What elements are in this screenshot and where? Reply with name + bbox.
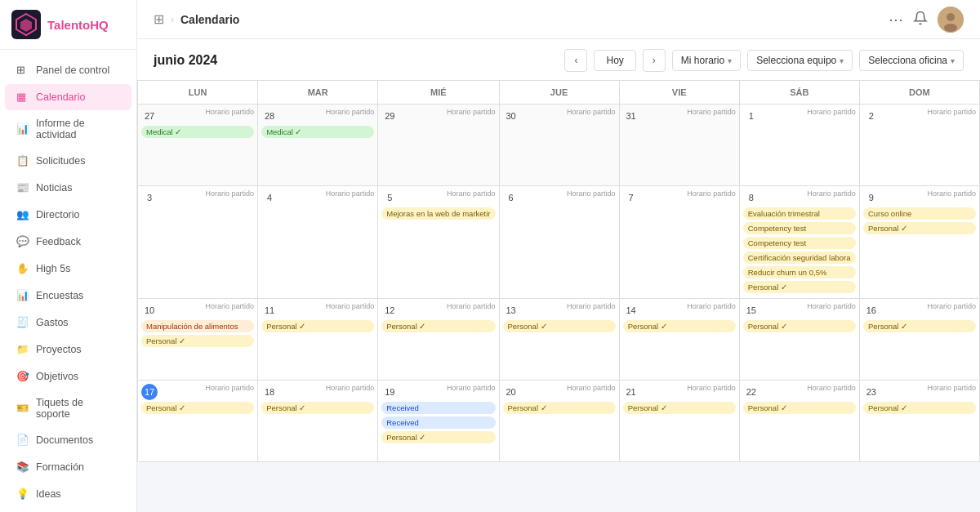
sidebar-item-high5s[interactable]: ✋High 5s [5,256,131,282]
calendar-controls: ‹ Hoy › Mi horario ▾ Selecciona equipo ▾… [564,49,964,72]
day-cell[interactable]: 1Horario partido [740,105,860,186]
day-cell[interactable]: 27Horario partidoMedical ✓ [138,105,258,186]
sidebar-item-formacion[interactable]: 📚Formación [5,454,131,480]
sidebar-item-noticias[interactable]: 📰Noticias [5,175,131,201]
event-pill[interactable]: Personal ✓ [863,222,976,234]
event-pill[interactable]: Personal ✓ [261,402,374,414]
event-pill[interactable]: Mejoras en la web de marketir [381,207,495,220]
event-pill[interactable]: Personal ✓ [381,431,495,443]
event-pill[interactable]: Personal ✓ [261,320,374,332]
horario-label: Horario partido [519,302,616,310]
event-pill[interactable]: Received [381,402,495,414]
event-pill[interactable]: Personal ✓ [503,402,616,414]
avatar[interactable] [938,7,964,33]
day-number: 12 [381,302,398,318]
day-cell[interactable]: 15Horario partidoPersonal ✓ [740,299,860,381]
oficina-dropdown[interactable]: Selecciona oficina ▾ [859,50,964,71]
sidebar-item-label: High 5s [36,263,70,274]
event-pill[interactable]: Certificación seguridad labora [743,252,856,264]
day-cell[interactable]: 7Horario partido [620,186,740,299]
event-pill[interactable]: Curso online [863,207,976,220]
day-cell[interactable]: 20Horario partidoPersonal ✓ [500,381,620,462]
sidebar-item-encuestas[interactable]: 📊Encuestas [5,283,131,309]
sidebar-item-label: Informe de actividad [36,118,120,140]
day-cell[interactable]: 5Horario partidoMejoras en la web de mar… [378,186,499,299]
event-pill[interactable]: Evaluación trimestral [743,207,856,220]
day-cell[interactable]: 23Horario partidoPersonal ✓ [860,381,980,462]
horario-label: Horario partido [880,302,976,310]
sidebar-item-tiquets[interactable]: 🎫Tiquets de soporte [5,390,131,426]
day-cell[interactable]: 22Horario partidoPersonal ✓ [740,381,860,462]
day-cell[interactable]: 21Horario partidoPersonal ✓ [620,381,740,462]
day-cell[interactable]: 29Horario partido [378,105,499,186]
event-pill[interactable]: Personal ✓ [503,320,616,332]
equipo-dropdown[interactable]: Selecciona equipo ▾ [747,50,853,71]
day-number: 28 [261,108,278,124]
sidebar-item-objetivos[interactable]: 🎯Objetivos [5,363,131,390]
next-month-button[interactable]: › [643,49,666,72]
event-pill[interactable]: Medical ✓ [261,126,374,138]
event-pill[interactable]: Personal ✓ [743,281,856,293]
day-cell[interactable]: 2Horario partido [860,105,980,186]
sidebar-item-ideas[interactable]: 💡Ideas [5,481,131,507]
day-cell[interactable]: 30Horario partido [500,105,620,186]
day-number: 1 [743,108,760,124]
day-cell[interactable]: 17Horario partidoPersonal ✓ [138,381,258,462]
event-pill[interactable]: Reducir churn un 0,5% [743,266,856,278]
day-cell[interactable]: 8Horario partidoEvaluación trimestralCom… [740,186,860,299]
day-cell[interactable]: 10Horario partidoManipulación de aliment… [138,299,258,381]
chevron-down-icon: ▾ [840,56,844,65]
sidebar-item-calendario[interactable]: ▦Calendario [5,84,131,110]
today-button[interactable]: Hoy [594,50,635,71]
sidebar-item-panel[interactable]: ⊞Panel de control [5,57,131,83]
horario-dropdown[interactable]: Mi horario ▾ [672,50,741,71]
day-cell[interactable]: 11Horario partidoPersonal ✓ [258,299,378,381]
home-icon[interactable]: ⊞ [154,11,164,27]
day-cell[interactable]: 16Horario partidoPersonal ✓ [860,299,980,381]
event-pill[interactable]: Personal ✓ [141,335,254,347]
day-number: 20 [503,384,519,400]
event-pill[interactable]: Received [381,416,495,429]
day-cell[interactable]: 14Horario partidoPersonal ✓ [620,299,740,381]
horario-label: Horario partido [278,302,374,310]
event-pill[interactable]: Medical ✓ [141,126,254,138]
event-pill[interactable]: Manipulación de alimentos [141,320,254,332]
day-cell[interactable]: 12Horario partidoPersonal ✓ [378,299,499,381]
day-number: 22 [743,384,760,400]
event-pill[interactable]: Personal ✓ [863,320,976,332]
users-icon: 👥 [16,208,29,221]
day-cell[interactable]: 3Horario partido [138,186,258,299]
event-pill[interactable]: Personal ✓ [863,402,976,414]
day-number: 17 [141,384,158,400]
day-cell[interactable]: 13Horario partidoPersonal ✓ [500,299,620,381]
sidebar-item-informe[interactable]: 📊Informe de actividad [5,111,131,147]
sidebar-item-buzon[interactable]: 📥Buzón de denuncias [5,508,131,512]
day-cell[interactable]: 6Horario partido [500,186,620,299]
sidebar-item-proyectos[interactable]: 📁Proyectos [5,336,131,363]
sidebar-item-solicitudes[interactable]: 📋Solicitudes [5,148,131,174]
event-pill[interactable]: Personal ✓ [623,320,736,332]
event-pill[interactable]: Personal ✓ [141,402,254,414]
sidebar-item-feedback[interactable]: 💬Feedback [5,229,131,255]
day-number: 30 [503,108,519,124]
day-cell[interactable]: 18Horario partidoPersonal ✓ [258,381,378,462]
notifications-icon[interactable] [913,11,928,29]
sidebar-item-label: Encuestas [36,290,83,301]
day-cell[interactable]: 19Horario partidoReceivedReceivedPersona… [378,381,499,462]
more-options-icon[interactable]: ⋯ [889,11,903,29]
event-pill[interactable]: Competency test [743,222,856,234]
event-pill[interactable]: Personal ✓ [743,402,856,414]
sidebar-item-documentos[interactable]: 📄Documentos [5,427,131,453]
day-cell[interactable]: 31Horario partido [620,105,740,186]
day-cell[interactable]: 28Horario partidoMedical ✓ [258,105,378,186]
event-pill[interactable]: Personal ✓ [743,320,856,332]
prev-month-button[interactable]: ‹ [564,49,587,72]
day-cell[interactable]: 4Horario partido [258,186,378,299]
day-cell[interactable]: 9Horario partidoCurso onlinePersonal ✓ [860,186,980,299]
sidebar-item-label: Gastos [36,317,69,328]
event-pill[interactable]: Competency test [743,237,856,249]
event-pill[interactable]: Personal ✓ [381,320,495,332]
event-pill[interactable]: Personal ✓ [623,402,736,414]
sidebar-item-gastos[interactable]: 🧾Gastos [5,309,131,336]
sidebar-item-directorio[interactable]: 👥Directorio [5,202,131,228]
